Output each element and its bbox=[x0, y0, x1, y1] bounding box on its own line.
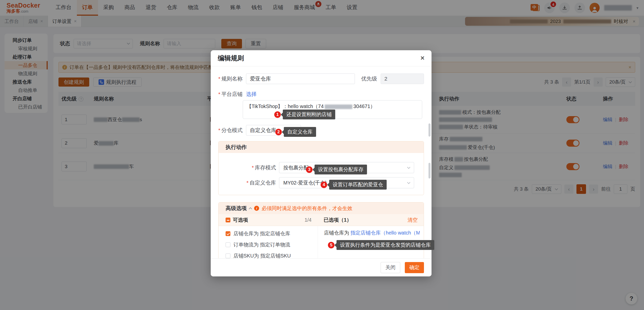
selected-column: 已选项（1） 清空 店铺仓库为 指定店铺仓库（hello watch（M... … bbox=[318, 214, 424, 264]
close-button[interactable]: 关闭 bbox=[381, 262, 400, 273]
exec-action-panel: 执行动作 *库存模式 按包裹分配 3 设置按包裹分配库存 *自定义仓库 bbox=[218, 141, 424, 195]
step-3-badge: 3 bbox=[306, 166, 313, 173]
collapse-icon[interactable] bbox=[249, 207, 252, 211]
rule-name-field[interactable]: 爱亚仓库 bbox=[246, 73, 355, 84]
step-3-tooltip: 设置按包裹分配库存 bbox=[315, 165, 367, 174]
selected-shop-box: 【TikTokShop】：hello watch（74304671） 1 还是设… bbox=[243, 100, 422, 119]
confirm-button[interactable]: 确定 bbox=[405, 262, 424, 273]
step-4-tooltip: 设置订单匹配的爱亚仓 bbox=[329, 180, 387, 190]
selected-title: 已选项（1） bbox=[324, 217, 352, 223]
select-all-checkbox[interactable] bbox=[226, 218, 230, 222]
advanced-note: 必须同时满足选中的所有条件，才会生效 bbox=[262, 205, 352, 212]
scrollbar-thumb[interactable] bbox=[428, 163, 431, 178]
selected-condition-link[interactable]: 指定店铺仓库（hello watch（M... bbox=[351, 230, 420, 236]
chevron-down-icon bbox=[407, 181, 410, 184]
modal-title: 编辑规则 bbox=[218, 54, 244, 63]
step-5-tooltip: 设置执行条件为是爱亚仓发货的店铺仓库 bbox=[336, 240, 434, 250]
checkbox-icon[interactable] bbox=[226, 253, 230, 258]
selected-condition: 店铺仓库为 指定店铺仓库（hello watch（M... bbox=[324, 229, 420, 236]
rule-name-row: *规则名称 爱亚仓库 优先级 2 bbox=[218, 73, 424, 84]
modal-footer: 关闭 确定 bbox=[211, 258, 432, 276]
step-2: 2 自定义仓库 bbox=[275, 127, 316, 137]
platform-shop-row: *平台店铺 选择 bbox=[218, 91, 424, 98]
option-shop-warehouse[interactable]: 店铺仓库为 指定店铺仓库 bbox=[226, 228, 318, 239]
stock-mode-label: *库存模式 bbox=[219, 164, 279, 171]
custom-warehouse-row: *自定义仓库 MY02-爱亚仓(千仓) 4 设置订单匹配的爱亚仓 bbox=[219, 177, 416, 188]
options-counter: 1/4 bbox=[304, 217, 312, 223]
step-5: 5 设置执行条件为是爱亚仓发货的店铺仓库 bbox=[328, 240, 434, 250]
step-2-badge: 2 bbox=[275, 129, 282, 135]
step-4: 4 设置订单匹配的爱亚仓 bbox=[321, 180, 387, 190]
custom-warehouse-select[interactable]: MY02-爱亚仓(千仓) 4 设置订单匹配的爱亚仓 bbox=[279, 177, 414, 188]
exec-panel-title: 执行动作 bbox=[226, 144, 247, 151]
step-4-badge: 4 bbox=[321, 182, 327, 188]
option-order-logistics[interactable]: 订单物流为 指定订单物流 bbox=[226, 239, 318, 250]
mode-row: *分仓模式 自定义仓库 2 自定义仓库 bbox=[218, 125, 424, 136]
step-2-tooltip: 自定义仓库 bbox=[284, 127, 316, 137]
step-1: 1 还是设置刚刚的店铺 bbox=[274, 110, 335, 119]
advanced-title: 高级选项 bbox=[226, 205, 247, 212]
step-1-tooltip: 还是设置刚刚的店铺 bbox=[283, 110, 335, 119]
step-3: 3 设置按包裹分配库存 bbox=[306, 165, 367, 174]
modal-header: 编辑规则 × bbox=[211, 50, 432, 66]
rule-name-label: *规则名称 bbox=[218, 75, 242, 82]
custom-warehouse-label: *自定义仓库 bbox=[219, 179, 279, 186]
priority-field[interactable]: 2 bbox=[381, 73, 424, 84]
stock-mode-row: *库存模式 按包裹分配 3 设置按包裹分配库存 bbox=[219, 162, 416, 173]
chevron-down-icon bbox=[407, 166, 410, 169]
checkbox-icon[interactable] bbox=[226, 242, 230, 247]
edit-rule-modal: 编辑规则 × *规则名称 爱亚仓库 优先级 2 *平台店铺 选择 【TikTok… bbox=[211, 50, 432, 276]
advanced-options-panel: 高级选项 i 必须同时满足选中的所有条件，才会生效 可选项 1/4 店铺仓库为 … bbox=[218, 202, 424, 264]
step-1-badge: 1 bbox=[274, 111, 281, 118]
platform-shop-label: *平台店铺 bbox=[218, 91, 242, 98]
clear-link[interactable]: 清空 bbox=[408, 217, 418, 223]
priority-label: 优先级 bbox=[361, 75, 377, 82]
options-column: 可选项 1/4 店铺仓库为 指定店铺仓库 订单物流为 指定订单物流 店铺SKU为… bbox=[219, 214, 318, 264]
step-5-badge: 5 bbox=[328, 242, 334, 248]
scrollbar-thumb[interactable] bbox=[428, 123, 431, 137]
stock-mode-select[interactable]: 按包裹分配 3 设置按包裹分配库存 bbox=[279, 162, 414, 173]
checkbox-checked-icon[interactable] bbox=[226, 231, 230, 236]
mode-label: *分仓模式 bbox=[218, 127, 242, 134]
options-title: 可选项 bbox=[233, 217, 248, 223]
modal-close-icon[interactable]: × bbox=[420, 54, 424, 62]
info-icon: i bbox=[254, 206, 259, 211]
select-shop-link[interactable]: 选择 bbox=[246, 91, 257, 98]
